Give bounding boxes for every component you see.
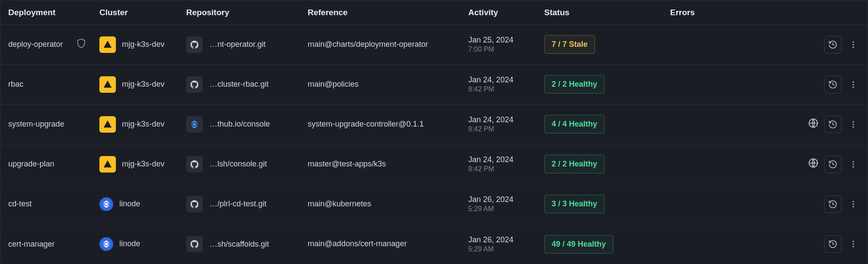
deployments-table: Deployment Cluster Repository Reference … xyxy=(0,0,868,264)
globe-icon[interactable] xyxy=(808,117,819,131)
status-cell: 2 / 2 Healthy xyxy=(544,155,670,173)
table-row[interactable]: deploy-operatormjg-k3s-dev…nt-operator.g… xyxy=(0,25,868,65)
repository-cell: …lsh/console.git xyxy=(186,156,308,173)
status-badge: 49 / 49 Healthy xyxy=(544,235,613,254)
more-actions-button[interactable] xyxy=(847,116,860,133)
deployment-cell: deploy-operator xyxy=(8,38,99,51)
activity-date: Jan 25, 2024 xyxy=(468,36,544,45)
activity-time: 8:42 PM xyxy=(468,125,544,133)
reference-cell: main@kubernetes xyxy=(308,199,468,209)
cluster-name: mjg-k3s-dev xyxy=(122,159,164,169)
deployment-name: upgrade-plan xyxy=(8,159,54,169)
table-row[interactable]: upgrade-planmjg-k3s-dev…lsh/console.gitm… xyxy=(0,144,868,184)
actions-cell xyxy=(770,235,860,253)
more-actions-button[interactable] xyxy=(847,235,860,253)
activity-cell: Jan 24, 20248:42 PM xyxy=(468,155,544,173)
history-button[interactable] xyxy=(824,116,842,133)
col-activity: Activity xyxy=(468,8,544,17)
table-row[interactable]: system-upgrademjg-k3s-dev…thub.io/consol… xyxy=(0,104,868,144)
repository-name: …lsh/console.git xyxy=(210,160,267,169)
table-row[interactable]: cd-testlinode…/plrl-cd-test.gitmain@kube… xyxy=(0,184,868,224)
reference-text: main@charts/deployment-operator xyxy=(308,39,428,50)
activity-date: Jan 26, 2024 xyxy=(468,195,544,204)
activity-date: Jan 24, 2024 xyxy=(468,155,544,164)
github-icon xyxy=(186,76,203,93)
cluster-cell: linode xyxy=(99,197,186,211)
actions-cell xyxy=(770,76,860,93)
status-badge: 7 / 7 Stale xyxy=(544,35,595,54)
shield-icon xyxy=(76,38,86,51)
deployment-cell: upgrade-plan xyxy=(8,159,99,169)
activity-cell: Jan 25, 20247:00 PM xyxy=(468,36,544,53)
reference-text: main@kubernetes xyxy=(308,199,371,209)
reference-cell: master@test-apps/k3s xyxy=(308,159,468,169)
kubernetes-icon xyxy=(99,237,113,251)
status-cell: 49 / 49 Healthy xyxy=(544,235,670,254)
deployment-cell: system-upgrade xyxy=(8,119,99,129)
reference-text: main@policies xyxy=(308,79,358,90)
more-actions-button[interactable] xyxy=(847,196,860,213)
activity-date: Jan 24, 2024 xyxy=(468,115,544,124)
more-actions-button[interactable] xyxy=(847,36,860,53)
reference-text: main@addons/cert-manager xyxy=(308,238,407,249)
col-cluster: Cluster xyxy=(99,8,186,17)
reference-cell: main@policies xyxy=(308,79,468,90)
cluster-cell: mjg-k3s-dev xyxy=(99,156,186,173)
history-button[interactable] xyxy=(824,76,842,93)
more-actions-button[interactable] xyxy=(847,76,860,93)
reference-cell: main@charts/deployment-operator xyxy=(308,39,468,50)
helm-icon xyxy=(186,116,203,133)
repository-name: …cluster-rbac.git xyxy=(210,80,269,89)
deployment-name: system-upgrade xyxy=(8,119,64,129)
globe-icon[interactable] xyxy=(808,157,819,171)
status-badge: 2 / 2 Healthy xyxy=(544,75,605,94)
deployment-cell: cert-manager xyxy=(8,239,99,249)
kubernetes-icon xyxy=(99,197,113,211)
activity-time: 8:42 PM xyxy=(468,165,544,173)
cluster-name: mjg-k3s-dev xyxy=(122,79,164,89)
history-button[interactable] xyxy=(824,36,842,53)
cluster-warning-icon xyxy=(99,116,116,133)
actions-cell xyxy=(770,116,860,133)
status-cell: 7 / 7 Stale xyxy=(544,35,670,54)
activity-time: 5:29 AM xyxy=(468,245,544,253)
actions-cell xyxy=(770,36,860,53)
activity-cell: Jan 26, 20245:29 AM xyxy=(468,235,544,253)
history-button[interactable] xyxy=(824,156,842,173)
github-icon xyxy=(186,236,203,252)
repository-cell: …nt-operator.git xyxy=(186,36,308,53)
deployment-name: rbac xyxy=(8,79,23,89)
col-repository: Repository xyxy=(186,8,308,17)
status-cell: 2 / 2 Healthy xyxy=(544,75,670,94)
more-actions-button[interactable] xyxy=(847,156,860,173)
cluster-name: mjg-k3s-dev xyxy=(122,39,164,49)
actions-cell xyxy=(770,196,860,213)
reference-cell: main@addons/cert-manager xyxy=(308,238,468,249)
cluster-cell: mjg-k3s-dev xyxy=(99,36,186,53)
repository-name: …sh/scaffolds.git xyxy=(210,240,269,249)
activity-cell: Jan 24, 20248:42 PM xyxy=(468,75,544,93)
col-errors: Errors xyxy=(670,8,770,17)
cluster-cell: mjg-k3s-dev xyxy=(99,116,186,133)
table-row[interactable]: rbacmjg-k3s-dev…cluster-rbac.gitmain@pol… xyxy=(0,65,868,104)
table-header: Deployment Cluster Repository Reference … xyxy=(0,0,868,25)
cluster-warning-icon xyxy=(99,36,116,53)
table-row[interactable]: cert-managerlinode…sh/scaffolds.gitmain@… xyxy=(0,224,868,264)
activity-date: Jan 26, 2024 xyxy=(468,235,544,244)
reference-text: system-upgrade-controller@0.1.1 xyxy=(308,119,424,130)
deployment-cell: rbac xyxy=(8,79,99,89)
cluster-name: linode xyxy=(119,199,140,209)
status-badge: 4 / 4 Healthy xyxy=(544,115,605,134)
actions-cell xyxy=(770,156,860,173)
repository-cell: …thub.io/console xyxy=(186,116,308,133)
reference-cell: system-upgrade-controller@0.1.1 xyxy=(308,119,468,130)
github-icon xyxy=(186,36,203,53)
repository-cell: …sh/scaffolds.git xyxy=(186,236,308,252)
col-status: Status xyxy=(544,8,670,17)
status-badge: 2 / 2 Healthy xyxy=(544,155,605,173)
history-button[interactable] xyxy=(824,196,842,213)
history-button[interactable] xyxy=(824,235,842,253)
status-cell: 3 / 3 Healthy xyxy=(544,195,670,213)
activity-time: 8:42 PM xyxy=(468,85,544,93)
github-icon xyxy=(186,196,203,212)
